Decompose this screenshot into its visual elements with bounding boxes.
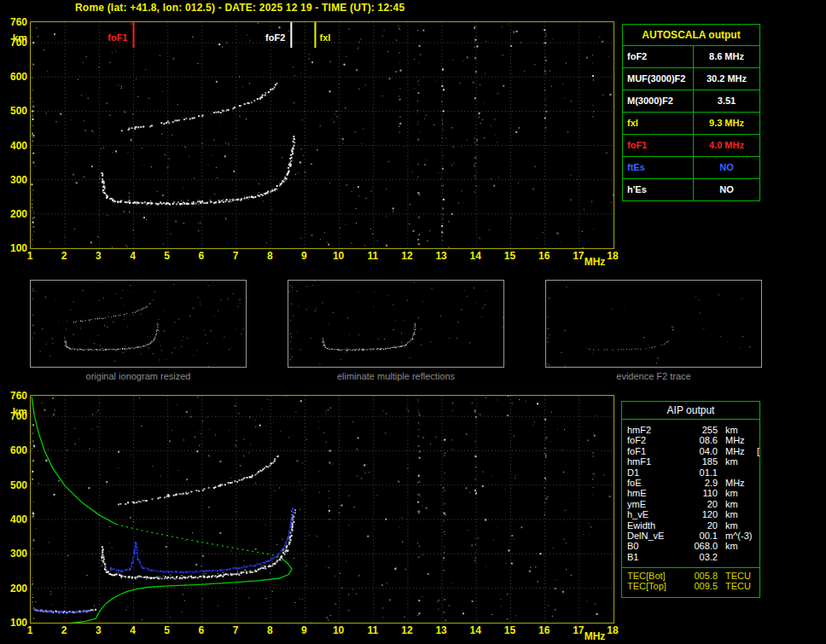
autoscala-row-label: ftEs (623, 157, 694, 178)
aip-val: 185 (680, 456, 718, 467)
y-tick-label-600: 600 (2, 72, 27, 82)
autoscala-row-value: 8.6 MHz (694, 46, 759, 67)
thumbnail-multiple-reflections-removed (288, 280, 504, 368)
x-tick-label-3: 3 (86, 625, 110, 635)
autoscala-row-M(3000)F2: M(3000)F23.51 (623, 90, 759, 112)
y-tick-label-400: 400 (2, 514, 27, 525)
aip-label: hmE (627, 488, 680, 498)
aip-row-TEC[Top]: TEC[Top]009.5TECU (622, 581, 759, 591)
x-tick-label-5: 5 (155, 251, 179, 261)
aip-val: 009.5 (680, 581, 718, 591)
aip-unit: km (718, 541, 752, 551)
autoscala-row-value: NO (694, 179, 759, 200)
aip-val: 00.1 (680, 531, 718, 541)
aip-val: 01.1 (680, 467, 718, 478)
aip-label: B0 (627, 541, 680, 551)
autoscala-table-rows: foF28.6 MHzMUF(3000)F230.2 MHzM(3000)F23… (623, 45, 759, 200)
y-tick-label-300: 300 (2, 548, 27, 559)
aip-row-foF1: foF104.0MHz[PY] (622, 446, 759, 456)
aip-row-foF2: foF208.6MHz (622, 435, 759, 445)
aip-label: hmF1 (627, 456, 680, 467)
report-title: Rome (lat: +41.8, lon: 012.5) - DATE: 20… (75, 2, 404, 14)
y-tick-label-200: 200 (2, 583, 27, 594)
aip-unit: MHz (718, 478, 752, 488)
aip-unit: km (718, 509, 752, 519)
x-tick-label-6: 6 (189, 625, 213, 635)
aip-val: 110 (680, 488, 718, 498)
aip-label: foF2 (627, 435, 680, 445)
aip-unit: TECU (718, 581, 752, 591)
x-tick-label-4: 4 (121, 251, 145, 261)
aip-row-Ewidth: Ewidth20km (622, 520, 759, 531)
aip-row-B1: B103.2 (622, 552, 759, 562)
aip-row-TEC[Bot]: TEC[Bot]005.8TECU (622, 571, 759, 581)
aip-extra (752, 531, 759, 541)
thumbnail-caption-3: evidence F2 trace (545, 371, 762, 381)
aip-unit: m^(-3) (718, 531, 752, 541)
aip-extra (752, 456, 759, 467)
x-tick-label-16: 16 (532, 251, 556, 261)
y-tick-label-400: 400 (2, 141, 27, 151)
autoscala-table-title: AUTOSCALA output (623, 25, 759, 45)
aip-output-table: AIP output hmF2255kmfoF208.6MHzfoF104.0M… (621, 401, 760, 598)
aip-val: 120 (680, 509, 718, 519)
x-tick-label-14: 14 (463, 251, 487, 261)
measured-ionogram-plot: foF1foF2fxI (30, 21, 614, 249)
aip-unit: km (718, 488, 752, 498)
aip-extra (752, 509, 759, 519)
thumbnail-canvas (31, 281, 246, 367)
x-tick-label-15: 15 (497, 625, 521, 635)
aip-extra (752, 499, 759, 509)
aip-table-rows: hmF2255kmfoF208.6MHzfoF104.0MHz[PY]hmF11… (622, 420, 759, 565)
aip-extra (752, 571, 759, 581)
aip-extra (752, 581, 759, 591)
aip-row-hmF1: hmF1185km (622, 456, 759, 467)
marker-label-foF2: foF2 (265, 32, 285, 43)
autoscala-row-value: NO (694, 157, 759, 178)
interpreted-ionogram-plot (30, 395, 614, 624)
aip-row-D1: D101.1 (622, 467, 759, 478)
aip-unit: km (718, 456, 752, 467)
aip-unit: km (718, 520, 752, 531)
x-tick-label-1: 1 (18, 251, 42, 261)
x-tick-label-11: 11 (361, 251, 385, 261)
x-tick-label-4: 4 (121, 625, 145, 635)
y-axis-unit-label: km (2, 407, 27, 417)
y-tick-label-500: 500 (2, 480, 27, 490)
x-tick-label-11: 11 (361, 625, 385, 635)
x-tick-label-16: 16 (532, 625, 556, 635)
x-tick-label-12: 12 (395, 625, 419, 635)
x-tick-label-2: 2 (52, 625, 76, 635)
x-tick-label-13: 13 (429, 625, 453, 635)
aip-extra (752, 541, 759, 551)
aip-val: 005.8 (680, 571, 718, 581)
marker-label-foF1: foF1 (108, 32, 127, 43)
aip-unit (718, 467, 752, 478)
autoscala-row-label: fxI (623, 113, 694, 134)
x-tick-label-15: 15 (497, 251, 521, 261)
autoscala-row-value: 4.0 MHz (694, 135, 759, 156)
aip-extra (752, 520, 759, 531)
autoscala-row-foF2: foF28.6 MHz (623, 45, 759, 67)
measured-ionogram-canvas: foF1foF2fxI (31, 22, 614, 248)
aip-label: ymE (627, 499, 680, 509)
x-tick-label-12: 12 (395, 251, 419, 261)
x-tick-label-1: 1 (18, 625, 42, 635)
aip-row-ymE: ymE20km (622, 499, 759, 509)
aip-extra (752, 478, 759, 488)
x-tick-label-9: 9 (292, 625, 316, 635)
aip-label: h_vE (627, 509, 680, 519)
x-tick-label-13: 13 (429, 251, 453, 261)
y-tick-label-600: 600 (2, 445, 27, 455)
aip-label: hmF2 (627, 425, 680, 435)
autoscala-output-table: AUTOSCALA output foF28.6 MHzMUF(3000)F23… (622, 24, 760, 201)
aip-row-hmE: hmE110km (622, 488, 759, 498)
autoscala-row-label: foF2 (623, 46, 694, 67)
autoscala-row-h'Es: h'EsNO (623, 178, 759, 200)
autoscala-row-value: 9.3 MHz (694, 113, 759, 134)
aip-unit: TECU (718, 571, 752, 581)
y-tick-label-200: 200 (2, 209, 27, 219)
autoscala-row-MUF(3000)F2: MUF(3000)F230.2 MHz (623, 67, 759, 90)
autoscala-row-label: h'Es (623, 179, 694, 200)
aip-extra (752, 488, 759, 498)
